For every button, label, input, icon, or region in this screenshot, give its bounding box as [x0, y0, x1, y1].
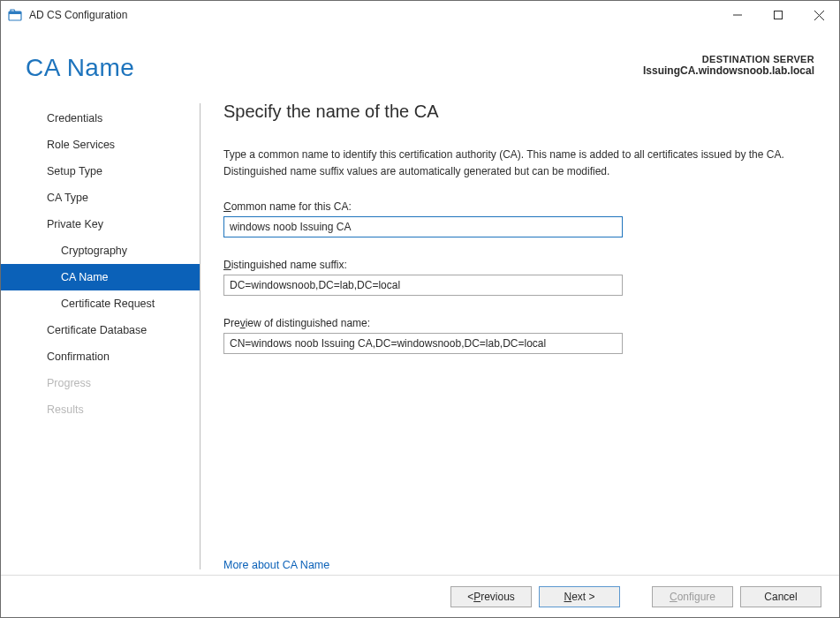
- wizard-step-ca-type[interactable]: CA Type: [1, 185, 200, 211]
- next-button[interactable]: Next >: [539, 586, 620, 607]
- wizard-step-setup-type[interactable]: Setup Type: [1, 158, 200, 185]
- dn-suffix-input[interactable]: [223, 275, 623, 296]
- window-title: AD CS Configuration: [29, 9, 127, 21]
- destination-label: DESTINATION SERVER: [643, 54, 814, 64]
- destination-block: DESTINATION SERVER IssuingCA.windowsnoob…: [643, 54, 814, 77]
- preview-input[interactable]: [223, 333, 623, 354]
- wizard-step-credentials[interactable]: Credentials: [1, 105, 200, 132]
- common-name-label: Common name for this CA:: [223, 200, 814, 213]
- previous-button[interactable]: < Previous: [450, 586, 532, 607]
- maximize-button[interactable]: [758, 2, 798, 28]
- wizard-step-progress: Progress: [1, 370, 200, 396]
- body: CredentialsRole ServicesSetup TypeCA Typ…: [1, 89, 839, 575]
- wizard-step-certificate-database[interactable]: Certificate Database: [1, 317, 200, 343]
- wizard-step-results: Results: [1, 396, 200, 423]
- app-icon: [8, 8, 22, 22]
- wizard-step-certificate-request[interactable]: Certificate Request: [1, 290, 200, 317]
- page-title: CA Name: [26, 54, 134, 82]
- wizard-steps-sidebar: CredentialsRole ServicesSetup TypeCA Typ…: [1, 100, 200, 575]
- wizard-step-ca-name[interactable]: CA Name: [1, 264, 200, 290]
- wizard-step-confirmation[interactable]: Confirmation: [1, 343, 200, 370]
- dn-suffix-field: Distinguished name suffix:: [223, 259, 814, 296]
- destination-server: IssuingCA.windowsnoob.lab.local: [643, 64, 814, 77]
- wizard-step-cryptography[interactable]: Cryptography: [1, 237, 200, 264]
- preview-field: Preview of distinguished name:: [223, 317, 814, 354]
- header: CA Name DESTINATION SERVER IssuingCA.win…: [1, 29, 839, 89]
- titlebar: AD CS Configuration: [1, 1, 839, 29]
- wizard-window: AD CS Configuration CA Name DESTINATION …: [0, 0, 840, 618]
- close-button[interactable]: [798, 2, 839, 28]
- section-title: Specify the name of the CA: [223, 102, 814, 122]
- svg-rect-1: [9, 11, 21, 14]
- common-name-input[interactable]: [223, 216, 623, 237]
- button-bar: < Previous Next > Configure Cancel: [1, 575, 839, 617]
- cancel-button[interactable]: Cancel: [740, 586, 821, 607]
- content-pane: Specify the name of the CA Type a common…: [201, 100, 839, 575]
- dn-suffix-label: Distinguished name suffix:: [223, 259, 814, 271]
- wizard-step-private-key[interactable]: Private Key: [1, 211, 200, 237]
- minimize-button[interactable]: [717, 2, 758, 28]
- window-controls: [717, 2, 839, 28]
- preview-label: Preview of distinguished name:: [223, 317, 814, 329]
- more-about-link[interactable]: More about CA Name: [223, 559, 329, 571]
- section-description: Type a common name to identify this cert…: [223, 147, 814, 179]
- svg-rect-3: [775, 11, 783, 19]
- configure-button[interactable]: Configure: [652, 586, 733, 607]
- wizard-step-role-services[interactable]: Role Services: [1, 132, 200, 158]
- common-name-field: Common name for this CA:: [223, 200, 814, 237]
